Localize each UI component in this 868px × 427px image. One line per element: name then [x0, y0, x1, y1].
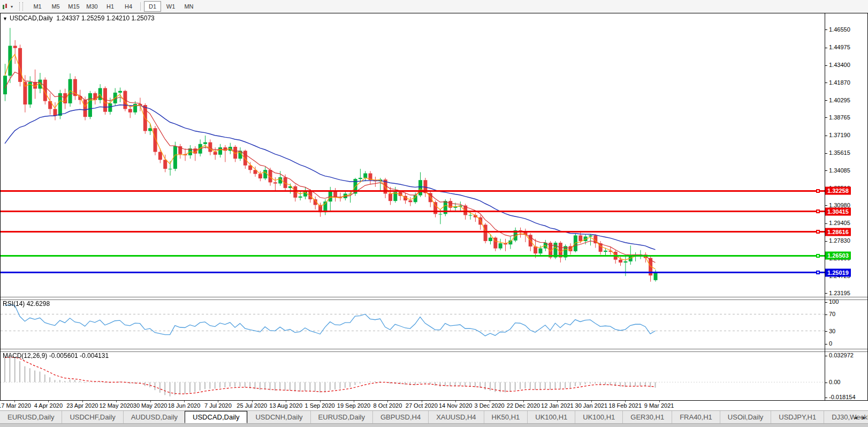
date-axis-label: 25 Jul 2020	[237, 402, 267, 409]
date-axis-label: 19 Sep 2020	[337, 402, 370, 409]
date-axis-label: 30 May 2020	[133, 402, 167, 409]
resistance-2-handle[interactable]	[816, 209, 820, 213]
macd-panel: MACD(12,26,9) -0.005601 -0.004131 0.0329…	[1, 351, 867, 400]
support-blue-price-label: 1.25019	[825, 268, 851, 276]
resistance-2-price-label: 1.30415	[825, 207, 851, 215]
chart-tab-bar: EURUSD,DailyUSDCHF,DailyAUDUSD,DailyUSDC…	[0, 410, 868, 423]
date-axis-label: 22 Dec 2020	[507, 402, 540, 409]
chart-title: ▼USDCAD,Daily 1.24337 1.25259 1.24210 1.…	[3, 14, 155, 22]
timeframe-button-mn[interactable]: MN	[180, 1, 197, 12]
date-axis-label: 23 Apr 2020	[66, 402, 98, 409]
resistance-3-line[interactable]	[1, 231, 825, 233]
price-axis-tick: 1.35615	[825, 149, 850, 156]
tab-scroll-left-icon[interactable]: ◂	[852, 414, 859, 421]
macd-axis-tick: 0.032972	[825, 352, 854, 358]
price-axis-tick: 1.23195	[825, 290, 850, 296]
price-axis-tick: 1.37190	[825, 132, 850, 138]
price-panel: ▼USDCAD,Daily 1.24337 1.25259 1.24210 1.…	[1, 13, 867, 297]
chart-type-button[interactable]: ▾	[2, 3, 13, 10]
tab-scroll-right-icon[interactable]: ▸	[861, 414, 867, 421]
date-axis-label: 27 Oct 2020	[406, 402, 438, 409]
rsi-axis-tick: 100	[825, 299, 839, 305]
chart-tab-eurusd-daily[interactable]: EURUSD,Daily	[310, 411, 372, 423]
timeframe-button-m5[interactable]: M5	[47, 1, 64, 12]
timeframe-button-m15[interactable]: M15	[65, 1, 82, 12]
chart-tab-eurusd-daily[interactable]: EURUSD,Daily	[0, 411, 62, 423]
chart-tab-usoil-daily[interactable]: USOil,Daily	[720, 411, 771, 423]
date-axis-label: 4 Apr 2020	[34, 402, 63, 409]
rsi-chart-canvas[interactable]	[1, 299, 825, 349]
date-axis-label: 18 Feb 2021	[608, 402, 642, 409]
price-axis-tick: 1.34085	[825, 167, 850, 174]
support-blue-line[interactable]	[1, 272, 825, 273]
price-axis-tick: 1.43400	[825, 62, 850, 68]
chart-tab-xauusd-h4[interactable]: XAUUSD,H4	[428, 411, 483, 423]
resistance-1-handle[interactable]	[816, 189, 820, 193]
support-blue-handle[interactable]	[816, 271, 820, 274]
resistance-2-line[interactable]	[1, 211, 825, 212]
status-strip	[0, 423, 868, 427]
trading-terminal: ▾ M1M5M15M30H1H4D1W1MN ▼USDCAD,Daily 1.2…	[0, 0, 868, 427]
price-axis-tick: 1.41870	[825, 79, 850, 86]
macd-label: MACD(12,26,9) -0.005601 -0.004131	[3, 352, 109, 359]
price-axis-tick: 1.46550	[825, 26, 850, 33]
chart-tab-fra40-h1[interactable]: FRA40,H1	[672, 411, 720, 423]
chart-tab-ger30-h1[interactable]: GER30,H1	[622, 411, 672, 423]
date-axis-label: 8 Oct 2020	[373, 402, 402, 409]
resistance-3-price-label: 1.28616	[825, 228, 851, 236]
chart-tab-usdchf-daily[interactable]: USDCHF,Daily	[62, 411, 123, 423]
resistance-1-line[interactable]	[1, 190, 825, 192]
price-axis-tick: 1.29405	[825, 220, 850, 226]
chart-tab-usdjpy-h1[interactable]: USDJPY,H1	[771, 411, 824, 423]
chart-tab-gbpusd-h4[interactable]: GBPUSD,H4	[372, 411, 428, 423]
chart-tab-usdcnh-daily[interactable]: USDCNH,Daily	[247, 411, 310, 423]
support-green-handle[interactable]	[816, 254, 820, 258]
chevron-down-icon[interactable]: ▾	[11, 4, 13, 9]
macd-axis-tick: -0.018154	[825, 394, 856, 400]
date-axis-label: 12 May 2020	[99, 402, 133, 409]
price-axis-separator	[825, 13, 825, 400]
chart-tab-hk50-h1[interactable]: HK50,H1	[484, 411, 528, 423]
rsi-panel: RSI(14) 42.6298 10070300	[1, 299, 867, 349]
toolbar-separator	[140, 2, 141, 11]
timeframe-button-h1[interactable]: H1	[102, 1, 119, 12]
support-green-price-label: 1.26503	[825, 252, 851, 260]
date-axis-label: 13 Aug 2020	[269, 402, 302, 409]
toolbar-grip	[19, 2, 23, 11]
date-axis-label: 18 Jun 2020	[168, 402, 201, 409]
price-axis-tick: 1.44975	[825, 44, 850, 50]
chart-title-quotes: 1.24337 1.25259 1.24210 1.25073	[56, 14, 155, 22]
support-green-line[interactable]	[1, 255, 825, 257]
timeframe-button-m1[interactable]: M1	[29, 1, 46, 12]
date-axis-label: 12 Jan 2021	[541, 402, 574, 409]
timeframe-button-w1[interactable]: W1	[162, 1, 179, 12]
price-axis-tick: 1.38765	[825, 114, 850, 121]
chart-window: ▼USDCAD,Daily 1.24337 1.25259 1.24210 1.…	[0, 13, 868, 401]
date-axis-label: 14 Nov 2020	[439, 402, 472, 409]
price-chart-canvas[interactable]	[1, 13, 825, 297]
chart-tab-uk100-h1[interactable]: UK100,H1	[527, 411, 575, 423]
rsi-axis-tick: 30	[825, 328, 835, 334]
date-axis-label: 17 Mar 2020	[0, 402, 31, 409]
price-axis-tick: 1.27830	[825, 237, 850, 244]
date-axis: 17 Mar 20204 Apr 202023 Apr 202012 May 2…	[0, 401, 868, 410]
date-axis-label: 3 Dec 2020	[474, 402, 504, 409]
rsi-axis-tick: 70	[825, 311, 835, 317]
rsi-label: RSI(14) 42.6298	[3, 300, 50, 308]
macd-chart-canvas[interactable]	[1, 351, 825, 400]
chart-title-symbol: USDCAD,Daily	[10, 14, 53, 22]
candlestick-chart-icon	[2, 3, 9, 10]
tab-scroll-controls: ◂ ▸	[852, 411, 867, 423]
timeframe-button-d1[interactable]: D1	[144, 1, 161, 12]
collapse-icon[interactable]: ▼	[3, 16, 7, 21]
date-axis-label: 9 Mar 2021	[644, 402, 674, 409]
timeframe-toolbar: ▾ M1M5M15M30H1H4D1W1MN	[0, 0, 868, 13]
timeframe-button-m30[interactable]: M30	[83, 1, 101, 12]
timeframe-button-h4[interactable]: H4	[120, 1, 137, 12]
resistance-1-price-label: 1.32258	[825, 187, 851, 195]
resistance-3-handle[interactable]	[816, 230, 820, 234]
chart-tab-uk100-h1[interactable]: UK100,H1	[575, 411, 622, 423]
chart-tab-usdcad-daily[interactable]: USDCAD,Daily	[185, 411, 247, 423]
macd-axis-tick: 0.00	[825, 379, 840, 385]
chart-tab-audusd-daily[interactable]: AUDUSD,Daily	[123, 411, 185, 423]
